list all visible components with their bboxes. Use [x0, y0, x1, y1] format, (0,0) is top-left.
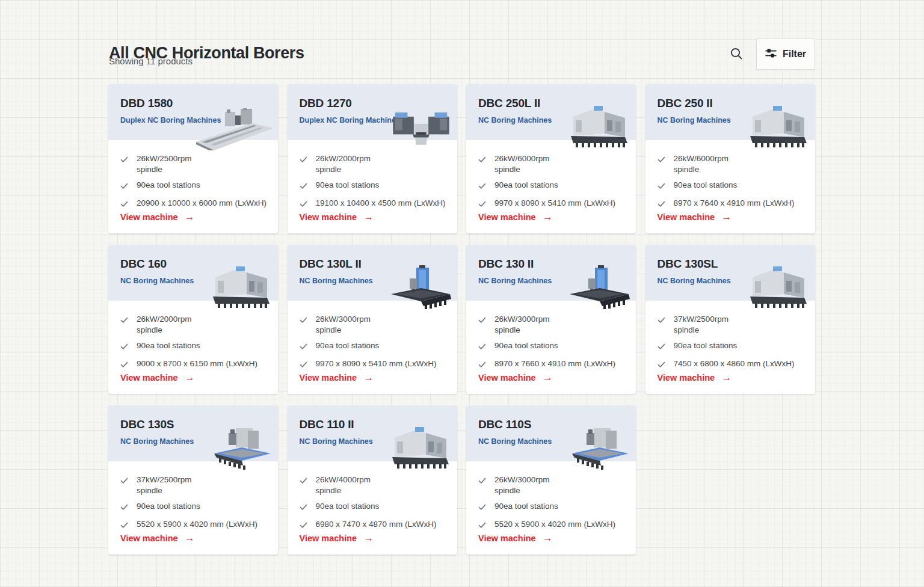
filter-button[interactable]: Filter [756, 38, 815, 70]
spec-item: 8970 x 7660 x 4910 mm (LxWxH) [478, 358, 625, 371]
check-icon [300, 155, 307, 166]
check-icon [478, 360, 486, 371]
arrow-right-icon: → [363, 213, 374, 221]
spec-item: 90ea tool stations [300, 501, 446, 514]
view-machine-link[interactable]: View machine → [120, 373, 195, 383]
check-icon [658, 342, 665, 353]
view-machine-link[interactable]: View machine → [658, 212, 732, 222]
check-icon [120, 342, 128, 353]
spec-list: 26kW/4000rpm spindle90ea tool stations69… [288, 461, 457, 531]
product-card: DBC 130SL NC Boring Machines 37kW/2500rp… [645, 245, 815, 394]
spec-text: 8970 x 7640 x 4910 mm (LxWxH) [674, 198, 795, 209]
view-machine-label: View machine [300, 533, 357, 543]
view-machine-label: View machine [478, 212, 536, 222]
view-machine-link[interactable]: View machine → [300, 212, 374, 222]
check-icon [478, 476, 486, 487]
spec-list: 37kW/2500rpm spindle90ea tool stations55… [108, 461, 278, 531]
spec-item: 90ea tool stations [658, 180, 804, 192]
search-button[interactable] [725, 43, 747, 65]
product-card: DBD 1270 Duplex NC Boring Machines 26kW/… [288, 84, 457, 233]
product-category: NC Boring Machines [120, 437, 266, 446]
spec-text: 90ea tool stations [137, 180, 200, 191]
check-icon [120, 476, 128, 487]
spec-text: 90ea tool stations [674, 340, 738, 351]
spec-item: 90ea tool stations [120, 180, 267, 192]
spec-text: 37kW/2500rpm spindle [137, 475, 214, 496]
check-icon [300, 521, 307, 532]
product-name: DBC 110S [478, 418, 624, 431]
card-header: DBC 250 II NC Boring Machines [645, 84, 815, 140]
card-header: DBC 160 NC Boring Machines [108, 245, 278, 301]
spec-text: 90ea tool stations [316, 180, 380, 191]
check-icon [120, 521, 128, 532]
check-icon [300, 316, 307, 327]
product-category: NC Boring Machines [478, 437, 624, 446]
card-header: DBD 1270 Duplex NC Boring Machines [288, 84, 457, 140]
spec-item: 6980 x 7470 x 4870 mm (LxWxH) [300, 519, 446, 532]
product-card: DBC 250 II NC Boring Machines 26kW/6000r… [645, 84, 815, 233]
spec-list: 26kW/2500rpm spindle90ea tool stations20… [108, 140, 278, 210]
spec-text: 26kW/3000rpm spindle [494, 475, 571, 496]
spec-text: 26kW/3000rpm spindle [494, 314, 571, 335]
spec-item: 5520 x 5900 x 4020 mm (LxWxH) [120, 519, 267, 532]
card-header: DBD 1580 Duplex NC Boring Machines [108, 84, 278, 140]
product-card: DBD 1580 Duplex NC Boring Machines 26kW/… [108, 84, 278, 233]
view-machine-link[interactable]: View machine → [300, 373, 374, 383]
check-icon [120, 503, 128, 514]
check-icon [300, 503, 307, 514]
arrow-right-icon: → [363, 534, 374, 542]
spec-item: 26kW/3000rpm spindle [300, 314, 446, 335]
spec-list: 26kW/3000rpm spindle90ea tool stations89… [466, 301, 636, 370]
spec-item: 26kW/4000rpm spindle [300, 475, 446, 496]
product-category: NC Boring Machines [300, 437, 445, 446]
spec-text: 90ea tool stations [494, 340, 558, 351]
spec-item: 9970 x 8090 x 5410 mm (LxWxH) [300, 358, 446, 371]
product-card: DBC 130S NC Boring Machines 37kW/2500rpm… [108, 405, 278, 555]
arrow-right-icon: → [185, 213, 195, 221]
product-name: DBC 130L II [300, 257, 445, 271]
view-machine-label: View machine [478, 373, 536, 383]
arrow-right-icon: → [185, 534, 195, 542]
product-category: NC Boring Machines [658, 277, 803, 285]
spec-item: 20900 x 10000 x 6000 mm (LxWxH) [120, 198, 267, 211]
spec-text: 6980 x 7470 x 4870 mm (LxWxH) [316, 519, 437, 530]
spec-text: 26kW/2500rpm spindle [137, 153, 214, 174]
view-machine-link[interactable]: View machine → [478, 212, 553, 222]
product-category: Duplex NC Boring Machines [120, 116, 266, 124]
view-machine-link[interactable]: View machine → [120, 533, 195, 543]
check-icon [658, 155, 665, 166]
filter-button-label: Filter [783, 49, 806, 60]
spec-text: 90ea tool stations [494, 501, 558, 512]
check-icon [478, 155, 486, 166]
check-icon [300, 476, 307, 487]
spec-item: 5520 x 5900 x 4020 mm (LxWxH) [478, 519, 625, 532]
view-machine-link[interactable]: View machine → [478, 373, 553, 383]
arrow-right-icon: → [543, 373, 553, 382]
check-icon [120, 316, 128, 327]
view-machine-label: View machine [658, 373, 715, 383]
spec-list: 26kW/2000rpm spindle90ea tool stations90… [108, 301, 278, 370]
view-machine-link[interactable]: View machine → [300, 533, 374, 543]
check-icon [478, 200, 486, 211]
product-category: NC Boring Machines [478, 277, 624, 285]
view-machine-label: View machine [658, 212, 715, 222]
check-icon [478, 503, 486, 514]
card-header: DBC 110S NC Boring Machines [466, 405, 636, 461]
spec-text: 26kW/2000rpm spindle [316, 153, 393, 174]
check-icon [478, 316, 486, 327]
spec-text: 90ea tool stations [137, 340, 200, 351]
spec-text: 90ea tool stations [674, 180, 738, 191]
view-machine-label: View machine [120, 373, 178, 383]
product-category: NC Boring Machines [478, 116, 624, 124]
product-name: DBC 250 II [658, 97, 803, 110]
spec-item: 90ea tool stations [478, 180, 625, 192]
spec-text: 9970 x 8090 x 5410 mm (LxWxH) [316, 358, 437, 369]
view-machine-link[interactable]: View machine → [478, 533, 553, 543]
spec-text: 90ea tool stations [316, 340, 380, 351]
view-machine-link[interactable]: View machine → [658, 373, 732, 383]
spec-item: 90ea tool stations [658, 340, 804, 353]
product-category: NC Boring Machines [658, 116, 803, 124]
spec-text: 9000 x 8700 x 6150 mm (LxWxH) [137, 358, 257, 369]
check-icon [658, 360, 665, 371]
view-machine-link[interactable]: View machine → [120, 212, 195, 222]
